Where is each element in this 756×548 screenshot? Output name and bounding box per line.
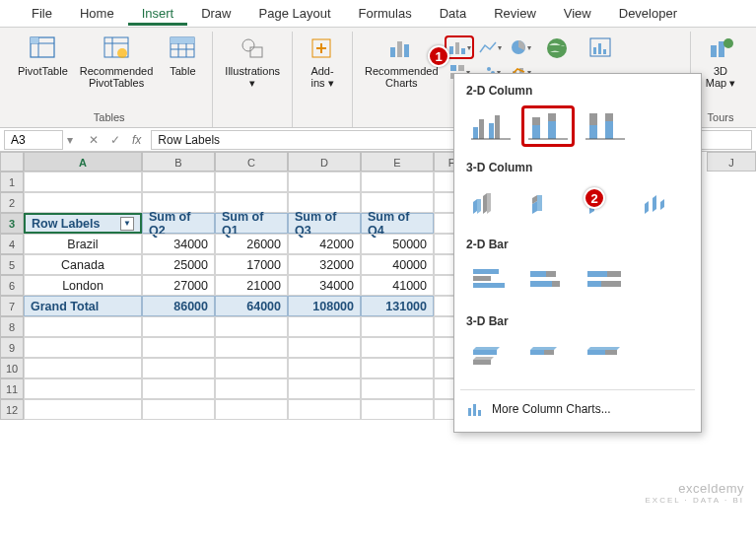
svg-rect-41 xyxy=(473,127,478,139)
svg-rect-44 xyxy=(495,115,500,139)
stacked-bar-3d[interactable] xyxy=(521,336,575,377)
svg-rect-66 xyxy=(601,281,621,287)
svg-rect-74 xyxy=(473,404,476,416)
insert-line-chart-button[interactable]: ▾ xyxy=(475,35,505,59)
svg-rect-3 xyxy=(31,37,38,43)
svg-point-40 xyxy=(723,38,733,48)
tab-draw[interactable]: Draw xyxy=(187,1,244,26)
svg-rect-42 xyxy=(479,119,484,139)
tab-data[interactable]: Data xyxy=(426,1,480,26)
col-header-c[interactable]: C xyxy=(215,152,288,171)
svg-rect-15 xyxy=(250,47,262,57)
row-header[interactable]: 5 xyxy=(0,254,24,275)
tab-insert[interactable]: Insert xyxy=(128,1,188,26)
svg-rect-47 xyxy=(532,117,540,125)
svg-rect-19 xyxy=(404,44,409,57)
callout-1: 1 xyxy=(428,45,449,67)
clustered-bar-3d[interactable] xyxy=(464,336,517,377)
svg-rect-35 xyxy=(593,47,596,54)
illustrations-button[interactable]: Illustrations▾ xyxy=(219,32,286,91)
row-header[interactable]: 7 xyxy=(0,296,24,316)
100-stacked-bar-3d[interactable] xyxy=(579,336,632,377)
svg-rect-46 xyxy=(532,125,540,139)
tab-home[interactable]: Home xyxy=(66,1,128,26)
fx-cancel[interactable]: ✕ xyxy=(83,133,104,147)
stacked-column-3d[interactable] xyxy=(521,182,575,224)
filter-dropdown-icon[interactable]: ▼ xyxy=(120,217,134,231)
tab-view[interactable]: View xyxy=(550,1,605,26)
pivot-value[interactable]: 34000 xyxy=(142,234,215,254)
pivottable-button[interactable]: PivotTable xyxy=(12,32,74,79)
svg-rect-69 xyxy=(530,350,544,355)
table-button[interactable]: Table xyxy=(159,32,206,79)
tab-review[interactable]: Review xyxy=(480,1,550,26)
100-stacked-column-2d[interactable] xyxy=(579,105,632,147)
shapes-icon xyxy=(237,34,268,63)
pivot-col-header[interactable]: Sum of Q3 xyxy=(288,213,361,234)
name-box[interactable] xyxy=(4,130,63,150)
insert-pie-chart-button[interactable]: ▾ xyxy=(506,35,535,59)
pivot-col-header[interactable]: Sum of Q1 xyxy=(215,213,288,234)
svg-point-33 xyxy=(547,38,567,58)
row-header[interactable]: 2 xyxy=(0,192,24,213)
select-all-corner[interactable] xyxy=(0,152,24,171)
row-header[interactable]: 6 xyxy=(0,275,24,296)
svg-point-14 xyxy=(242,39,254,51)
menu-group-3d-column: 3-D Column xyxy=(454,157,701,178)
pivot-col-header[interactable]: Sum of Q4 xyxy=(361,213,434,234)
group-addins: Add-ins ▾ xyxy=(293,32,353,127)
stacked-column-2d[interactable] xyxy=(521,105,575,147)
maps-button[interactable] xyxy=(535,32,579,65)
col-header-a[interactable]: A xyxy=(24,152,142,171)
col-header-j[interactable]: J xyxy=(707,152,756,171)
more-column-charts[interactable]: More Column Charts... xyxy=(454,392,701,426)
svg-rect-57 xyxy=(473,276,491,281)
ribbon-tabs: File Home Insert Draw Page Layout Formul… xyxy=(0,0,756,28)
svg-rect-20 xyxy=(449,46,453,54)
svg-rect-13 xyxy=(171,37,194,43)
tab-page-layout[interactable]: Page Layout xyxy=(245,1,345,26)
row-header[interactable]: 1 xyxy=(0,171,24,192)
recommended-charts-icon xyxy=(385,34,417,63)
pivot-grand-total-label[interactable]: Grand Total xyxy=(24,296,142,316)
tab-developer[interactable]: Developer xyxy=(605,1,691,26)
watermark: exceldemy EXCEL · DATA · BI xyxy=(645,481,744,505)
col-header-e[interactable]: E xyxy=(361,152,434,171)
svg-rect-22 xyxy=(461,48,465,54)
name-box-dropdown[interactable]: ▾ xyxy=(67,133,83,147)
col-header-d[interactable]: D xyxy=(288,152,361,171)
fx-enter[interactable]: ✓ xyxy=(104,133,126,147)
clustered-bar-2d[interactable] xyxy=(464,259,517,301)
tab-formulas[interactable]: Formulas xyxy=(345,1,426,26)
svg-rect-36 xyxy=(598,43,601,54)
col-header-b[interactable]: B xyxy=(142,152,215,171)
callout-2: 2 xyxy=(584,187,605,209)
fx-icon[interactable]: fx xyxy=(126,133,147,147)
svg-rect-24 xyxy=(450,65,456,71)
stacked-bar-2d[interactable] xyxy=(521,259,575,301)
svg-rect-49 xyxy=(548,113,556,121)
cell[interactable] xyxy=(24,171,142,192)
pivotchart-button[interactable] xyxy=(579,32,622,65)
svg-rect-17 xyxy=(390,47,395,57)
pivot-row-label[interactable]: Brazil xyxy=(24,234,142,254)
clustered-column-3d[interactable] xyxy=(464,182,517,224)
pivot-col-header[interactable]: Sum of Q2 xyxy=(142,213,215,234)
column-chart-icon xyxy=(447,38,467,56)
svg-rect-25 xyxy=(458,65,464,71)
addins-button[interactable]: Add-ins ▾ xyxy=(299,32,346,91)
row-header[interactable]: 3 xyxy=(0,213,24,234)
clustered-column-2d[interactable] xyxy=(464,105,517,147)
column-3d[interactable] xyxy=(636,182,689,224)
svg-rect-56 xyxy=(473,269,499,274)
3d-map-button[interactable]: 3DMap ▾ xyxy=(697,32,744,91)
pivot-rowlabels-header[interactable]: Row Labels▼ xyxy=(24,213,142,234)
svg-rect-62 xyxy=(552,281,560,287)
table-icon xyxy=(167,34,198,63)
100-stacked-bar-2d[interactable] xyxy=(579,259,632,301)
row-header[interactable]: 4 xyxy=(0,234,24,254)
recommended-pivot-button[interactable]: RecommendedPivotTables xyxy=(74,32,160,91)
column-chart-dropdown: 2-D Column 3-D Column 2-D Bar 3-D Bar Mo… xyxy=(453,73,702,433)
svg-rect-60 xyxy=(546,271,556,277)
tab-file[interactable]: File xyxy=(18,1,66,26)
